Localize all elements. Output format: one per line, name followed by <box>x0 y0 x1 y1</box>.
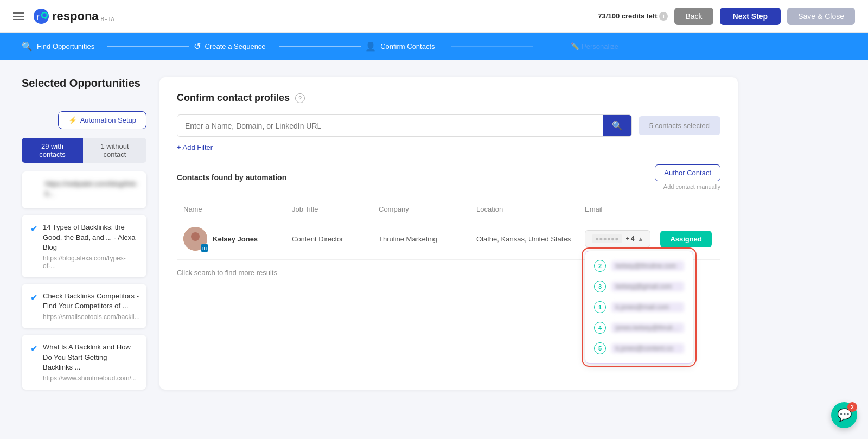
dropdown-item[interactable]: 3 kelseyj@gmail.com <box>585 276 693 297</box>
email-plus: + 4 <box>626 235 635 243</box>
automation-icon: ⚡ <box>68 116 77 124</box>
chat-badge: 2 <box>847 402 857 407</box>
opp-title: 14 Types of Backlinks: the Good, the Bad… <box>43 222 138 252</box>
app-name: respona <box>52 9 99 23</box>
location-cell: Olathe, Kansas, United States <box>476 234 585 243</box>
logo-icon: r <box>33 8 50 25</box>
credits-info-icon[interactable]: i <box>659 12 668 21</box>
step-find-label: Find Opportunities <box>37 42 94 50</box>
email-text-blurred: k.jones@mail.com <box>611 302 684 312</box>
opp-url: https://www.shoutmeloud.com/... <box>43 374 138 382</box>
logo: r respona BETA <box>33 8 114 25</box>
dropdown-item[interactable]: 5 k.jones@content.co <box>585 338 693 359</box>
search-button[interactable]: 🔍 <box>603 115 631 136</box>
opp-title: https://neilpatel.com/blog/link-b... <box>45 179 138 199</box>
add-filter[interactable]: + Add Filter <box>177 143 720 151</box>
tab-without-contact[interactable]: 1 without contact <box>83 138 146 163</box>
progress-bar: 🔍 Find Opportunities ↺ Create a Sequence… <box>0 33 868 60</box>
contact-cell: in Kelsey Jones <box>183 227 292 251</box>
contacts-section-header: Contacts found by automation Author Cont… <box>177 164 720 190</box>
step-create-sequence[interactable]: ↺ Create a Sequence <box>194 41 275 52</box>
assigned-button: Assigned <box>660 231 712 247</box>
help-icon[interactable]: ? <box>295 93 305 103</box>
email-text-blurred: kelsey@thruline.com <box>611 261 684 271</box>
contacts-found-label: Contacts found by automation <box>177 173 286 182</box>
table-header: Name Job Title Company Location Email <box>177 201 720 218</box>
confirm-title: Confirm contact profiles <box>177 92 290 104</box>
linkedin-badge: in <box>201 244 208 252</box>
col-email: Email <box>585 205 714 213</box>
page-title: Selected Opportunities <box>22 77 141 90</box>
tab-group: 29 with contacts 1 without contact <box>22 138 146 163</box>
personalize-link[interactable]: ✏️ Personalize <box>571 42 618 50</box>
confirm-header: Confirm contact profiles ? <box>177 92 720 104</box>
author-contact-button[interactable]: Author Contact <box>655 164 720 181</box>
opportunity-card[interactable]: ✔ Check Backlinks Competitors - Find You… <box>22 284 146 328</box>
opp-title: Check Backlinks Competitors - Find Your … <box>43 291 140 311</box>
num-badge: 2 <box>594 260 606 272</box>
location-text: Olathe, Kansas, United States <box>476 235 571 243</box>
step-line-1 <box>107 46 189 47</box>
personalize-label: Personalize <box>582 42 618 50</box>
dropdown-item[interactable]: 2 kelsey@thruline.com <box>585 256 693 276</box>
search-icon: 🔍 <box>612 120 623 131</box>
opp-url: https://blog.alexa.com/types-of-... <box>43 255 138 270</box>
col-company: Company <box>379 205 476 213</box>
main-content: Selected Opportunities ⚡ Automation Setu… <box>0 60 760 407</box>
search-row: 🔍 5 contacts selected <box>177 114 720 137</box>
save-close-button[interactable]: Save & Close <box>787 8 855 25</box>
credits-info: 73/100 credits left i <box>598 12 668 21</box>
step-contacts-icon: 👤 <box>365 41 376 52</box>
email-text-blurred: jones.kelsey@thruline.io <box>611 323 684 333</box>
email-dropdown-button[interactable]: ●●●●●● + 4 ▲ <box>585 230 650 247</box>
page-header-row: Selected Opportunities <box>22 77 146 100</box>
next-step-button[interactable]: Next Step <box>720 8 781 25</box>
company-text: Thruline Marketing <box>379 235 437 243</box>
check-icon: ✔ <box>30 224 37 234</box>
num-badge: 5 <box>594 342 606 354</box>
contacts-selected-button[interactable]: 5 contacts selected <box>639 116 720 135</box>
search-input-wrap: 🔍 <box>177 114 632 137</box>
email-text-blurred: k.jones@content.co <box>611 343 684 353</box>
opportunity-list: https://neilpatel.com/blog/link-b... ✔ 1… <box>22 171 146 390</box>
step-confirm-contacts[interactable]: 👤 Confirm Contacts <box>365 41 446 52</box>
dropdown-item[interactable]: 1 k.jones@mail.com <box>585 297 693 317</box>
col-name: Name <box>183 205 292 213</box>
left-panel: Selected Opportunities ⚡ Automation Setu… <box>22 77 146 390</box>
col-job-title: Job Title <box>292 205 379 213</box>
check-icon: ✔ <box>30 292 37 303</box>
svg-text:r: r <box>36 12 40 21</box>
back-button[interactable]: Back <box>674 8 713 25</box>
header: r respona BETA 73/100 credits left i Bac… <box>0 0 868 33</box>
step-contacts-label: Confirm Contacts <box>380 42 435 50</box>
email-text-blurred: kelseyj@gmail.com <box>611 282 684 291</box>
dropdown-item[interactable]: 4 jones.kelsey@thruline.io <box>585 317 693 338</box>
search-input[interactable] <box>177 116 603 136</box>
tab-with-contacts[interactable]: 29 with contacts <box>22 138 83 163</box>
avatar-wrap: in <box>183 227 207 251</box>
email-dropdown-wrap: ●●●●●● + 4 ▲ 2 kelsey@thruline.com <box>585 230 650 247</box>
automation-label: Automation Setup <box>80 116 136 124</box>
header-left: r respona BETA <box>13 8 114 25</box>
num-badge: 3 <box>594 281 606 292</box>
opportunity-card[interactable]: ✔ What Is A Backlink and How Do You Star… <box>22 335 146 390</box>
progress-steps: 🔍 Find Opportunities ↺ Create a Sequence… <box>22 41 618 52</box>
step-line-2 <box>279 46 361 47</box>
chat-bubble[interactable]: 💬 2 <box>831 402 857 407</box>
col-location: Location <box>476 205 585 213</box>
credits-count: 73/100 credits left <box>598 12 657 20</box>
step-find-opportunities[interactable]: 🔍 Find Opportunities <box>22 41 103 52</box>
opportunity-card[interactable]: ✔ 14 Types of Backlinks: the Good, the B… <box>22 215 146 277</box>
email-cell: ●●●●●● + 4 ▲ 2 kelsey@thruline.com <box>585 230 714 247</box>
email-cell-row: ●●●●●● + 4 ▲ 2 kelsey@thruline.com <box>585 230 714 247</box>
contact-name: Kelsey Jones <box>213 235 258 243</box>
opp-title: What Is A Backlink and How Do You Start … <box>43 342 138 372</box>
step-personalize: ✏️ Personalize <box>537 42 618 50</box>
automation-setup-button[interactable]: ⚡ Automation Setup <box>58 111 146 129</box>
hamburger-menu[interactable] <box>13 12 24 20</box>
contacts-table: Name Job Title Company Location Email <box>177 201 720 260</box>
opportunity-card[interactable]: https://neilpatel.com/blog/link-b... <box>22 171 146 208</box>
step-line-3 <box>451 46 532 47</box>
job-title-text: Content Director <box>292 235 343 243</box>
company-cell: Thruline Marketing <box>379 234 476 243</box>
